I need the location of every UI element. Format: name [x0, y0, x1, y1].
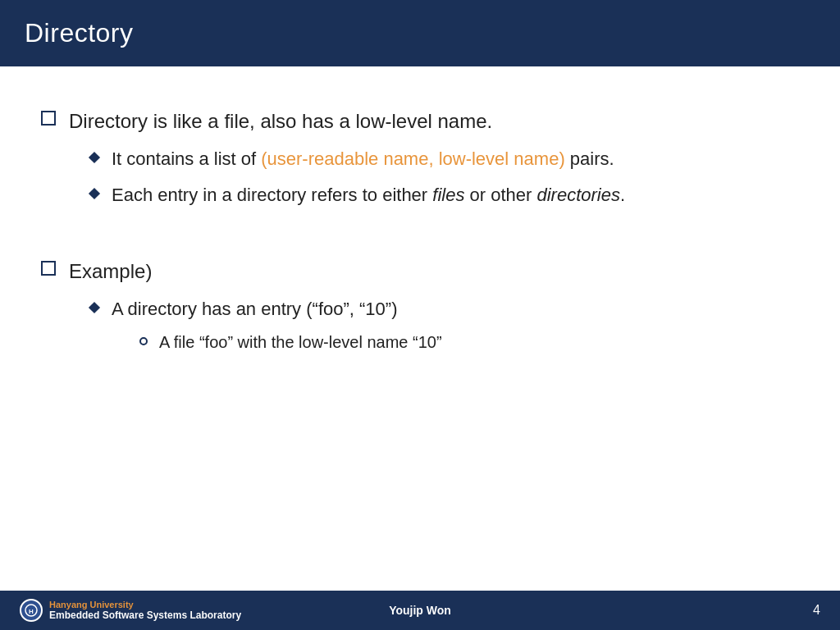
diamond-bullet-icon-3 [89, 302, 100, 313]
level1-item-2: Example) [41, 258, 799, 285]
slide-content: Directory is like a file, also has a low… [0, 66, 840, 378]
footer-text-block: Hanyang University Embedded Software Sys… [49, 600, 241, 621]
level3-item-1: A file “foo” with the low-level name “10… [139, 331, 799, 354]
level1-text-1: Directory is like a file, also has a low… [69, 107, 492, 135]
slide-footer: H Hanyang University Embedded Software S… [0, 591, 840, 630]
level2-item-2: Each entry in a directory refers to eith… [90, 183, 799, 208]
university-logo: H [20, 599, 43, 622]
logo-icon: H [24, 603, 39, 618]
square-bullet-icon-2 [41, 261, 56, 276]
level3-text-1: A file “foo” with the low-level name “10… [159, 331, 442, 354]
level2-text-2: Each entry in a directory refers to eith… [112, 183, 625, 208]
slide-title: Directory [25, 18, 134, 48]
university-name: Hanyang University [49, 600, 241, 609]
section-1: Directory is like a file, also has a low… [41, 107, 799, 208]
level2-text-3: A directory has an entry (“foo”, “10”) [112, 297, 397, 322]
svg-text:H: H [29, 608, 34, 615]
level2-item-3: A directory has an entry (“foo”, “10”) [90, 297, 799, 322]
slide-header: Directory [0, 0, 840, 66]
footer-left: H Hanyang University Embedded Software S… [20, 599, 241, 622]
italic-directories: directories [536, 185, 619, 205]
lab-name: Embedded Software Systems Laboratory [49, 609, 241, 621]
italic-files: files [432, 185, 464, 205]
level2-text-1: It contains a list of (user-readable nam… [112, 147, 614, 172]
level2-item-1: It contains a list of (user-readable nam… [90, 147, 799, 172]
level1-text-2: Example) [69, 258, 152, 285]
level1-item-1: Directory is like a file, also has a low… [41, 107, 799, 135]
section-2: Example) A directory has an entry (“foo”… [41, 258, 799, 353]
diamond-bullet-icon-1 [89, 152, 100, 163]
highlight-text-1: (user-readable name, low-level name) [261, 148, 565, 169]
circle-bullet-icon-1 [139, 337, 148, 345]
diamond-bullet-icon-2 [89, 188, 100, 199]
square-bullet-icon-1 [41, 111, 56, 126]
page-number: 4 [813, 603, 820, 618]
presenter-name: Youjip Won [389, 604, 451, 617]
